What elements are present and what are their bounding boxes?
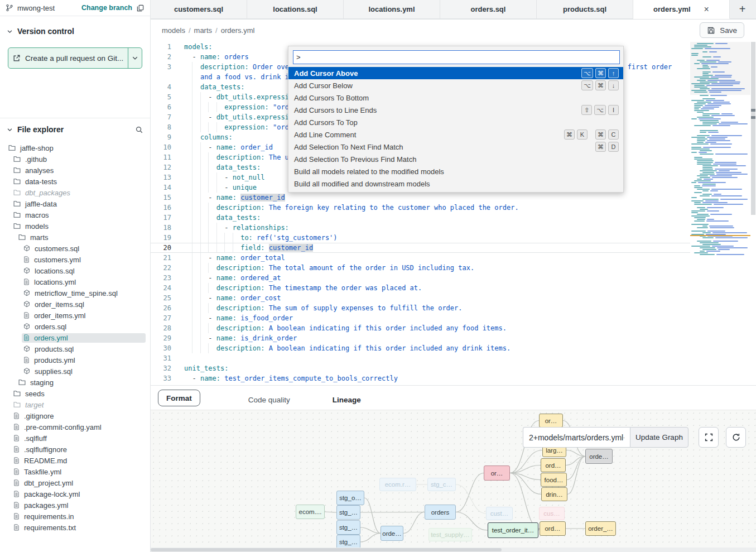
breadcrumb-item[interactable]: models xyxy=(162,26,185,35)
lineage-node-ordy2[interactable]: ord… xyxy=(540,521,566,536)
code-line[interactable]: 18 - relationships: xyxy=(151,223,690,233)
command-palette-input[interactable] xyxy=(293,50,620,64)
lineage-node-ordy1[interactable]: ord… xyxy=(541,458,566,472)
tree-item-products-yml[interactable]: products.yml xyxy=(0,354,150,366)
new-tab-button[interactable]: + xyxy=(730,0,755,19)
tree-item--gitignore[interactable]: .gitignore xyxy=(0,410,150,421)
lineage-node-stgc[interactable]: stg_c… xyxy=(427,478,456,491)
code-line[interactable]: 28 description: A boolean indicating if … xyxy=(151,323,690,333)
code-line[interactable]: 31 xyxy=(151,353,690,363)
copy-icon[interactable] xyxy=(136,4,145,12)
code-line[interactable]: 30 description: A boolean indicating if … xyxy=(151,343,690,353)
code-line[interactable]: 25 - name: order_cost xyxy=(151,293,690,303)
code-line[interactable]: 20 field: customer_id xyxy=(151,243,690,253)
create-pr-button[interactable]: Create a pull request on Git... xyxy=(8,47,142,69)
version-control-header[interactable]: Version control xyxy=(0,25,150,37)
tree-item-target[interactable]: target xyxy=(0,399,150,410)
format-button[interactable]: Format xyxy=(158,390,200,406)
lineage-node-ordery3[interactable]: order_… xyxy=(585,521,616,536)
lineage-node-stg1[interactable]: stg_o… xyxy=(336,491,364,505)
lineage-node-testorder[interactable]: test_order_it… xyxy=(488,522,538,538)
lineage-node-stg2[interactable]: stg_… xyxy=(336,505,360,520)
refresh-button[interactable] xyxy=(726,427,746,448)
code-line[interactable]: 17 data_tests: xyxy=(151,213,690,223)
code-line[interactable]: 29 - name: is_drink_order xyxy=(151,333,690,343)
tree-item-products-sql[interactable]: products.sql xyxy=(0,343,150,354)
lineage-node-orders[interactable]: orders xyxy=(425,505,456,520)
tree-item-macros[interactable]: macros xyxy=(0,209,150,220)
palette-item[interactable]: Add Selection To Next Find Match⌘D xyxy=(288,141,623,153)
search-icon[interactable] xyxy=(135,126,143,134)
tree-item-order-items-yml[interactable]: order_items.yml xyxy=(0,310,150,321)
change-branch-link[interactable]: Change branch xyxy=(81,4,132,12)
tree-item--pre-commit-config-yaml[interactable]: .pre-commit-config.yaml xyxy=(0,421,150,433)
palette-item[interactable]: Build all modified and downstream models xyxy=(288,177,623,190)
tree-item-orders-yml[interactable]: orders.yml xyxy=(0,332,150,343)
lineage-node-ecom[interactable]: ecom.... xyxy=(296,505,325,519)
scrollbar-thumb[interactable] xyxy=(751,42,755,215)
bottom-tab-lineage[interactable]: Lineage xyxy=(326,390,368,410)
code-line[interactable]: 22 description: The total amount of the … xyxy=(151,263,690,273)
tree-item-staging[interactable]: staging xyxy=(0,377,150,388)
tree-item-customers-yml[interactable]: customers.yml xyxy=(0,254,150,265)
code-line[interactable]: 19 to: ref('stg_customers') xyxy=(151,233,690,243)
editor-scrollbar[interactable] xyxy=(750,42,756,385)
code-line[interactable]: 26 description: The sum of supply expens… xyxy=(151,303,690,313)
tree-item-dbt-project-yml[interactable]: dbt_project.yml xyxy=(0,477,150,488)
tab-orders-sql[interactable]: orders.sql xyxy=(440,0,537,19)
tree-item-requirements-in[interactable]: requirements.in xyxy=(0,511,150,522)
lineage-node-ory[interactable]: or… xyxy=(539,414,563,428)
tree-item-jaffle-data[interactable]: jaffle-data xyxy=(0,198,150,209)
palette-item[interactable]: Add Cursor Below⌥⌘↓ xyxy=(288,79,623,92)
palette-item[interactable]: Add Selection To Previous Find Match xyxy=(288,153,623,165)
tree-item-data-tests[interactable]: data-tests xyxy=(0,176,150,187)
file-explorer-header[interactable]: File explorer xyxy=(0,123,150,136)
tab-products-sql[interactable]: products.sql xyxy=(537,0,633,19)
tree-item-order-items-sql[interactable]: order_items.sql xyxy=(0,299,150,310)
tree-item-marts[interactable]: marts xyxy=(0,232,150,243)
tree-item-readme-md[interactable]: README.md xyxy=(0,455,150,466)
bottom-tab-code-quality[interactable]: Code quality xyxy=(242,390,297,410)
tab-locations-sql[interactable]: locations.sql xyxy=(247,0,344,19)
minimap[interactable] xyxy=(690,42,750,299)
lineage-search-input[interactable] xyxy=(523,427,630,448)
tree-item-analyses[interactable]: analyses xyxy=(0,165,150,176)
palette-item[interactable]: Add Cursors to Line Ends⇧⌥I xyxy=(288,104,623,116)
palette-item[interactable]: Add Line Comment⌘K⌘C xyxy=(288,128,623,141)
palette-item[interactable]: Add Cursors To Top xyxy=(288,116,623,128)
tree-item-package-lock-yml[interactable]: package-lock.yml xyxy=(0,488,150,500)
tree-item--sqlfluff[interactable]: .sqlfluff xyxy=(0,433,150,444)
code-line[interactable]: 15 - name: customer_id xyxy=(151,193,690,203)
tree-item-requirements-txt[interactable]: requirements.txt xyxy=(0,522,150,533)
code-line[interactable]: 24 description: The timestamp the order … xyxy=(151,283,690,293)
palette-item[interactable]: Build all models related to the modified… xyxy=(288,165,623,177)
lineage-node-orpink[interactable]: or… xyxy=(484,465,510,481)
lineage-node-ordegray[interactable]: orde… xyxy=(585,449,613,464)
fullscreen-button[interactable] xyxy=(699,427,719,448)
tree-item-locations-sql[interactable]: locations.sql xyxy=(0,265,150,276)
tab-locations-yml[interactable]: locations.yml xyxy=(344,0,440,19)
breadcrumb-item[interactable]: orders.yml xyxy=(221,26,255,35)
code-line[interactable]: 33 - name: test_order_items_compute_to_b… xyxy=(151,373,690,383)
tree-item-supplies-sql[interactable]: supplies.sql xyxy=(0,366,150,377)
tab-orders-yml[interactable]: orders.yml× xyxy=(633,0,730,19)
tree-item-jaffle-shop[interactable]: jaffle-shop xyxy=(0,142,150,153)
update-graph-button[interactable]: Update Graph xyxy=(630,427,688,448)
tree-item-taskfile-yml[interactable]: Taskfile.yml xyxy=(0,466,150,477)
lineage-node-stg3[interactable]: stg_… xyxy=(336,520,360,535)
lineage-node-ecomr[interactable]: ecom.r… xyxy=(379,478,416,491)
lineage-node-foody[interactable]: food… xyxy=(541,473,567,487)
tree-item-locations-yml[interactable]: locations.yml xyxy=(0,276,150,287)
palette-item[interactable]: Add Cursor Above⌥⌘↑ xyxy=(288,67,623,79)
tree-item-metricflow-time-spine-sql[interactable]: metricflow_time_spine.sql xyxy=(0,287,150,299)
tree-item-customers-sql[interactable]: customers.sql xyxy=(0,243,150,254)
close-icon[interactable]: × xyxy=(704,4,709,15)
lineage-node-driny[interactable]: drin… xyxy=(541,487,567,501)
tree-item-models[interactable]: models xyxy=(0,220,150,232)
tree-item-seeds[interactable]: seeds xyxy=(0,388,150,399)
lineage-node-custg[interactable]: cust… xyxy=(486,507,513,520)
code-line[interactable]: 23 - name: ordered_at xyxy=(151,273,690,283)
lineage-node-cusg[interactable]: cus… xyxy=(539,507,565,520)
code-line[interactable]: 32unit_tests: xyxy=(151,363,690,373)
palette-item[interactable]: Add Cursors To Bottom xyxy=(288,92,623,104)
